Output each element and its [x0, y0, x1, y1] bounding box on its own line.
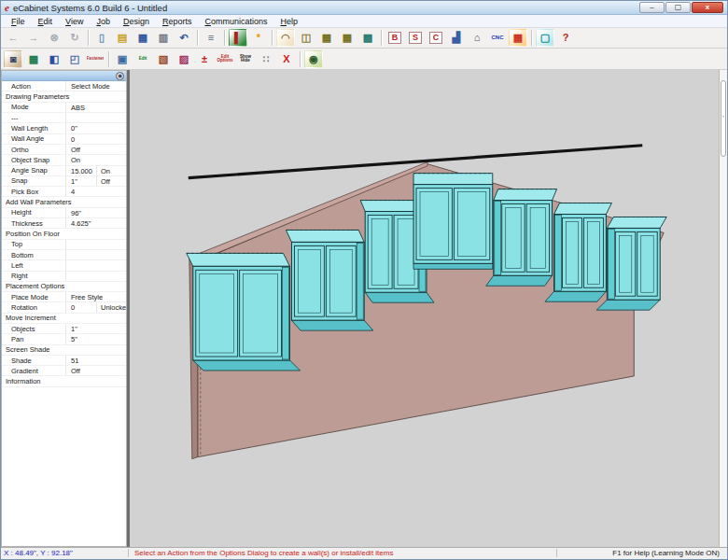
- delete-icon[interactable]: X: [277, 50, 296, 68]
- panel-row-gradient[interactable]: GradientOff: [2, 366, 126, 376]
- nav-back-icon[interactable]: ←: [4, 29, 22, 47]
- panel-row-bottom[interactable]: Bottom: [2, 250, 126, 260]
- letter-c-icon[interactable]: C: [427, 29, 445, 47]
- panel-row-top[interactable]: Top: [2, 240, 126, 250]
- panel-row--[interactable]: ---: [2, 113, 126, 123]
- cabinet-move-icon[interactable]: ▧: [154, 50, 173, 68]
- window-title: eCabinet Systems 6.0 Build 6 - Untitled: [13, 3, 167, 13]
- panel-row-pan[interactable]: Pan5": [2, 334, 126, 344]
- nav-refresh-icon[interactable]: ↻: [65, 29, 84, 47]
- edit-options-icon[interactable]: Edit Options: [216, 50, 234, 68]
- cabinet-set-icon[interactable]: ▦: [338, 29, 357, 47]
- options-panel-header[interactable]: ◉: [2, 71, 126, 81]
- panel-row-objects[interactable]: Objects1": [2, 324, 126, 334]
- panel-row-wall-length[interactable]: Wall Length0": [2, 123, 126, 133]
- panel-section-header: Placement Options: [2, 282, 126, 292]
- panel-row-right[interactable]: Right: [2, 272, 126, 282]
- panel-row-height[interactable]: Height96": [2, 208, 126, 218]
- cabinet-grid-icon[interactable]: ▦: [24, 50, 43, 68]
- cabinet-paint-icon[interactable]: ▨: [175, 50, 193, 68]
- panel-row-wall-angle[interactable]: Wall Angle0: [2, 134, 126, 145]
- monitor-icon[interactable]: ▢: [536, 29, 554, 47]
- bold-b-icon[interactable]: B: [385, 29, 404, 47]
- close-button[interactable]: x: [692, 2, 723, 13]
- add-remove-icon[interactable]: ±: [195, 50, 214, 68]
- edit-cabinet-icon[interactable]: Edit: [133, 50, 152, 68]
- app-logo-icon: e: [5, 2, 9, 13]
- side-scrollbar[interactable]: ›: [719, 70, 727, 546]
- new-file-icon[interactable]: ▯: [92, 29, 111, 47]
- side-scrollbar-thumb[interactable]: ›: [721, 80, 726, 157]
- toolbar-separator: [88, 30, 89, 46]
- panel-section-header: Screen Shade: [2, 345, 126, 356]
- options-panel-rows: ActionSelect ModeDrawing ParametersModeA…: [2, 81, 126, 545]
- wall-cabinet-group[interactable]: [596, 217, 666, 311]
- panel-layout-icon[interactable]: ▦: [509, 29, 527, 47]
- viewport[interactable]: [130, 70, 719, 546]
- panel-row-angle-snap[interactable]: Angle Snap15.000On: [2, 166, 126, 176]
- chart-icon[interactable]: ▟: [447, 29, 466, 47]
- wall-cabinet-group[interactable]: [187, 254, 301, 371]
- design-toolbar: ◙▦◧◰Fastener▣Edit▧▨±Edit OptionsShow Hid…: [1, 49, 727, 70]
- texture-icon[interactable]: ▩: [358, 29, 377, 47]
- panel-row-place-mode[interactable]: Place ModeFree Style: [2, 292, 126, 302]
- home-icon[interactable]: ⌂: [468, 29, 486, 47]
- wall-cabinet-group[interactable]: [545, 203, 611, 302]
- cnc-icon[interactable]: CNC: [488, 29, 507, 47]
- show-hide-icon[interactable]: Show Hide: [236, 50, 255, 68]
- toolbar-separator: [108, 51, 109, 67]
- menu-file[interactable]: File: [5, 17, 32, 26]
- menu-reports[interactable]: Reports: [156, 17, 199, 26]
- panel-row-ortho[interactable]: OrthoOff: [2, 145, 126, 155]
- panel-row-object-snap[interactable]: Object SnapOn: [2, 155, 126, 165]
- help-icon[interactable]: ?: [556, 29, 575, 47]
- panel-section-header: Information: [2, 376, 126, 386]
- menu-view[interactable]: View: [59, 17, 90, 26]
- cabinet-sphere-icon[interactable]: ◙: [4, 50, 22, 68]
- letter-s-icon[interactable]: S: [406, 29, 425, 47]
- menu-design[interactable]: Design: [117, 17, 156, 26]
- door-panel-icon[interactable]: ◫: [297, 29, 315, 47]
- menu-bar: FileEditViewJobDesignReportsCommunicatio…: [1, 15, 727, 27]
- panel-section-header: Position On Floor: [2, 229, 126, 239]
- print-icon[interactable]: ▥: [154, 29, 173, 47]
- undo-icon[interactable]: ↶: [175, 29, 193, 47]
- panel-row-shade[interactable]: Shade51: [2, 356, 126, 366]
- menu-communications[interactable]: Communications: [198, 17, 273, 26]
- fastener-icon[interactable]: Fastener: [86, 50, 105, 68]
- maximize-button[interactable]: ▢: [665, 2, 691, 13]
- menu-help[interactable]: Help: [273, 17, 304, 26]
- viewport-canvas[interactable]: [130, 70, 719, 546]
- panel-row-rotation[interactable]: Rotation0Unlocked: [2, 302, 126, 313]
- panel-pin-icon[interactable]: ◉: [116, 72, 124, 80]
- panel-row-thickness[interactable]: Thickness4.625": [2, 218, 126, 229]
- panel-section-header: Move Increment: [2, 314, 126, 324]
- panel-row-mode[interactable]: ModeABS: [2, 103, 126, 113]
- panel-row-snap[interactable]: Snap1"Off: [2, 176, 126, 187]
- nav-stop-icon[interactable]: ⊗: [45, 29, 63, 47]
- wall-cabinet-group[interactable]: [413, 174, 493, 270]
- wall-cabinet-group[interactable]: [486, 189, 557, 287]
- dots-grid-icon[interactable]: ∷: [257, 50, 275, 68]
- cabinet-blue-front-icon[interactable]: ◧: [45, 50, 63, 68]
- properties-sliders-icon[interactable]: ≡: [202, 29, 220, 47]
- arc-tool-icon[interactable]: ◠: [276, 29, 295, 47]
- camera-icon[interactable]: ◉: [304, 50, 323, 68]
- open-folder-icon[interactable]: ▤: [113, 29, 132, 47]
- cabinet-roof-icon[interactable]: ◰: [65, 50, 84, 68]
- panel-section-header: Add Wall Parameters: [2, 197, 126, 207]
- panel-row-left[interactable]: Left: [2, 260, 126, 271]
- wall-cabinet-group[interactable]: [286, 231, 372, 331]
- menu-job[interactable]: Job: [90, 17, 117, 26]
- dialog-window-icon[interactable]: ▣: [113, 50, 132, 68]
- materials-book-icon[interactable]: ▌: [229, 29, 247, 47]
- cabinet-front-icon[interactable]: ▦: [317, 29, 336, 47]
- toolbar-separator: [197, 30, 198, 46]
- menu-edit[interactable]: Edit: [32, 17, 60, 26]
- nav-forward-icon[interactable]: →: [24, 29, 43, 47]
- burst-icon[interactable]: *: [249, 29, 268, 47]
- save-icon[interactable]: ▦: [133, 29, 152, 47]
- panel-row-pick-box[interactable]: Pick Box4: [2, 187, 126, 197]
- panel-row-action[interactable]: ActionSelect Mode: [2, 81, 126, 91]
- minimize-button[interactable]: –: [639, 2, 665, 13]
